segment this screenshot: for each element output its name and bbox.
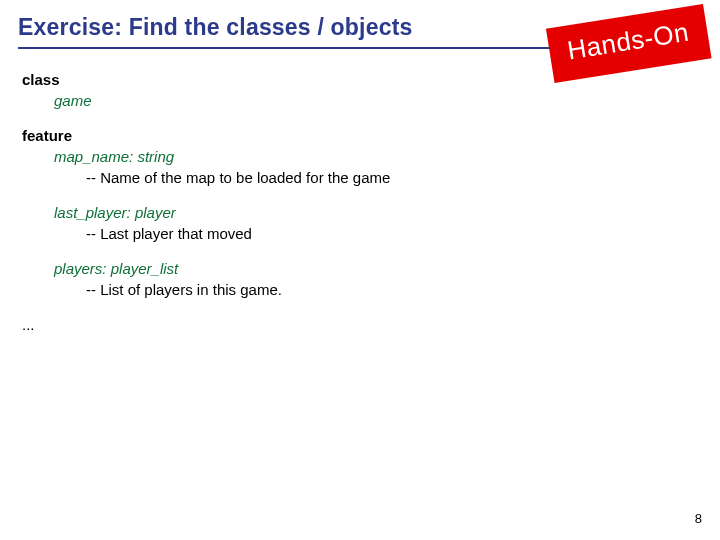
attr-name: players [54, 260, 102, 277]
code-block: class game feature map_name: string -- N… [0, 55, 720, 335]
attr-0: map_name: string -- Name of the map to b… [22, 146, 720, 188]
keyword-feature: feature [22, 127, 72, 144]
attr-name: last_player [54, 204, 127, 221]
keyword-class: class [22, 71, 60, 88]
attr-type: player_list [111, 260, 179, 277]
attr-type: string [137, 148, 174, 165]
attr-name: map_name [54, 148, 129, 165]
attr-1: last_player: player -- Last player that … [22, 202, 720, 244]
attr-comment: -- Last player that moved [86, 225, 252, 242]
attr-comment: -- List of players in this game. [86, 281, 282, 298]
attr-comment: -- Name of the map to be loaded for the … [86, 169, 390, 186]
ellipsis: ... [22, 316, 35, 333]
attr-2: players: player_list -- List of players … [22, 258, 720, 300]
page-number: 8 [695, 511, 702, 526]
class-name: game [54, 92, 92, 109]
attr-type: player [135, 204, 176, 221]
